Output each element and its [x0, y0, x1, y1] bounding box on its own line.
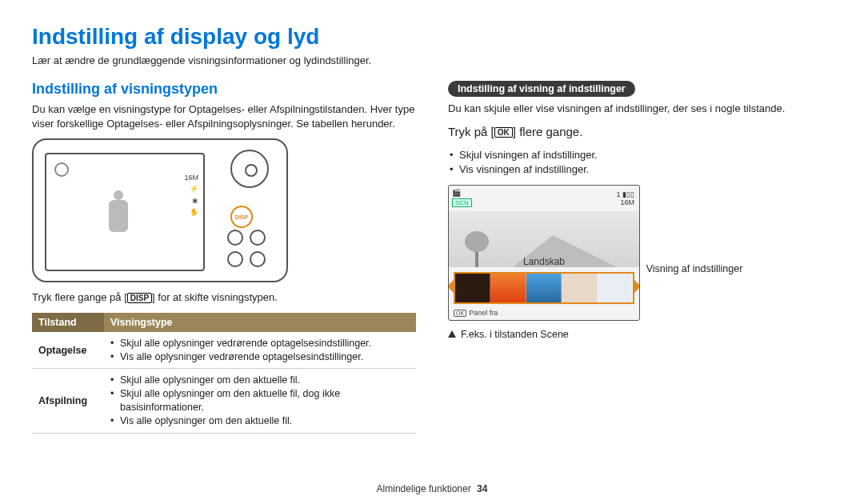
lcd-stab-icon: ✋ — [184, 206, 198, 218]
list-item: Skjul alle oplysninger vedrørende optage… — [110, 337, 410, 350]
rear-buttons-group — [226, 228, 274, 271]
th-tilstand: Tilstand — [32, 313, 104, 332]
mode-cell: Optagelse — [32, 332, 104, 369]
scene-thumb — [562, 274, 597, 302]
ok-key-icon: OK — [494, 127, 513, 138]
rear-button-icon — [250, 230, 266, 246]
caption-pre: Tryk flere gange på [ — [32, 291, 127, 303]
camera-caption: Tryk flere gange på [DISP] for at skifte… — [32, 290, 416, 305]
scene-top-right-icons: 1 ▮▯▯ 16M — [616, 190, 634, 206]
mode-cell: Afspilning — [32, 369, 104, 434]
battery-count: 1 — [616, 190, 620, 198]
disp-key-icon: DISP — [127, 293, 152, 303]
rear-button-icon — [250, 251, 266, 267]
ok-key-mini-icon: OK — [454, 310, 466, 317]
left-column: Indstilling af visningstypen Du kan vælg… — [32, 81, 416, 434]
lcd-macro-icon: ❀ — [184, 195, 198, 206]
list-item: Skjul alle oplysninger om den aktuelle f… — [110, 374, 410, 387]
th-visningstype: Visningstype — [104, 313, 416, 332]
left-heading: Indstilling af visningstypen — [32, 81, 416, 98]
scn-badge: SCN — [452, 198, 472, 207]
strip-callout-label: Visning af indstillinger — [646, 263, 743, 274]
right-column: Indstilling af visning af indstillinger … — [448, 81, 832, 434]
scene-thumb — [526, 274, 562, 302]
lcd-size-icon: 16M — [184, 172, 198, 183]
page-title: Indstilling af display og lyd — [32, 24, 832, 50]
right-pill-heading: Indstilling af visning af indstillinger — [448, 81, 635, 97]
scene-thumb — [455, 274, 490, 302]
person-silhouette-icon — [102, 190, 134, 254]
rear-button-icon — [227, 251, 243, 267]
chevron-right-icon — [634, 280, 640, 293]
rear-button-icon — [227, 230, 243, 246]
resolution-badge: 16M — [620, 198, 634, 206]
table-row: Afspilning Skjul alle oplysninger om den… — [32, 369, 416, 434]
press-pre: Tryk på [ — [448, 125, 494, 138]
table-row: Optagelse Skjul alle oplysninger vedrøre… — [32, 332, 416, 369]
right-desc: Du kan skjule eller vise visningen af in… — [448, 102, 832, 116]
camera-back-illustration: 16M ⚡ ❀ ✋ DISP — [32, 138, 288, 282]
footnote-text: F.eks. i tilstanden Scene — [461, 329, 569, 340]
footer-section: Almindelige funktioner — [377, 483, 471, 494]
footer-page-number: 34 — [477, 483, 487, 494]
settings-strip-highlight — [454, 272, 634, 304]
left-desc: Du kan vælge en visningstype for Optagel… — [32, 102, 416, 130]
camera-lcd: 16M ⚡ ❀ ✋ — [45, 153, 205, 271]
lcd-flash-icon: ⚡ — [184, 183, 198, 194]
list-item: Skjul visningen af indstillinger. — [448, 148, 832, 162]
scene-footnote: F.eks. i tilstanden Scene — [448, 329, 832, 340]
disp-button-highlight: DISP — [230, 206, 253, 228]
list-item: Vis alle oplysninger om den aktuelle fil… — [110, 414, 410, 428]
list-item: Skjul alle oplysninger om den aktuelle f… — [110, 387, 410, 414]
page-footer: Almindelige funktioner 34 — [0, 483, 864, 494]
chevron-left-icon — [448, 280, 454, 293]
mode-dial-icon — [230, 150, 269, 188]
scene-screen-illustration: 🎬 SCN 1 ▮▯▯ 16M Landskab — [448, 185, 640, 321]
scene-mode-label: Landskab — [449, 256, 639, 267]
lcd-status-icons: 16M ⚡ ❀ ✋ — [184, 172, 198, 218]
press-instruction: Tryk på [OK] flere gange. — [448, 124, 832, 140]
list-item: Vis alle oplysninger vedrørende optagels… — [110, 350, 410, 364]
page-intro: Lær at ændre de grundlæggende visningsin… — [32, 54, 832, 66]
visningstype-table: Tilstand Visningstype Optagelse Skjul al… — [32, 313, 416, 434]
scene-thumb — [490, 274, 526, 302]
right-bullets: Skjul visningen af indstillinger. Vis vi… — [448, 148, 832, 177]
sun-icon — [54, 162, 69, 177]
panel-hint-text: Panel fra — [469, 309, 498, 317]
list-item: Vis visningen af indstillinger. — [448, 162, 832, 177]
two-column-layout: Indstilling af visningstypen Du kan vælg… — [32, 81, 832, 434]
movie-icon: 🎬 — [452, 189, 461, 197]
panel-hint: OKPanel fra — [454, 309, 498, 317]
press-post: ] flere gange. — [513, 125, 583, 138]
triangle-up-icon — [448, 330, 456, 338]
caption-post: ] for at skifte visningstypen. — [152, 291, 278, 303]
scene-thumb — [598, 274, 633, 302]
